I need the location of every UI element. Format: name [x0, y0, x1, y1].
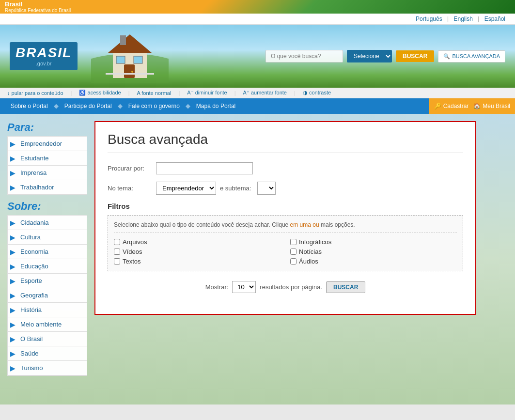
- arrow-icon: ▶: [10, 140, 16, 148]
- sidebar-item-saude[interactable]: ▶ Saúde: [8, 346, 87, 361]
- sidebar-item-imprensa[interactable]: ▶ Imprensa: [8, 166, 87, 180]
- sidebar-para-group: ▶ Empreendedor ▶ Estudante ▶ Imprensa ▶ …: [7, 136, 87, 195]
- cadastrar-link[interactable]: 🔑 Cadastrar: [434, 103, 469, 109]
- font-decrease-link[interactable]: A⁻ diminuir fonte: [187, 90, 227, 96]
- sidebar-item-cultura[interactable]: ▶ Cultura: [8, 230, 87, 245]
- svg-marker-2: [108, 34, 152, 53]
- filtros-box: Selecione abaixo qual o tipo de conteúdo…: [108, 215, 463, 271]
- checkbox-arquivos[interactable]: Arquivos: [114, 238, 281, 246]
- arrow-icon: ▶: [10, 335, 16, 343]
- contrast-link[interactable]: ◑ contraste: [303, 90, 331, 96]
- tema-select[interactable]: Empreendedor: [156, 182, 216, 195]
- meu-brasil-icon: 🏠: [473, 103, 481, 109]
- meu-brasil-link[interactable]: 🏠 Meu Brasil: [473, 103, 510, 109]
- arrow-icon: ▶: [10, 248, 16, 256]
- logo-sub: .gov.br: [16, 61, 72, 66]
- lang-sep1: |: [447, 16, 450, 22]
- mostrar-row: Mostrar: 10 20 50 resultados por página.…: [108, 281, 463, 293]
- nav-mapa-portal[interactable]: Mapa do Portal: [190, 98, 241, 114]
- sidebar: Para: ▶ Empreendedor ▶ Estudante ▶ Impre…: [7, 121, 87, 397]
- resultados-label: resultados por página.: [260, 283, 322, 291]
- search-form-box: Busca avançada Procurar por: No tema: Em…: [94, 121, 476, 315]
- sidebar-item-geografia[interactable]: ▶ Geografia: [8, 288, 87, 303]
- textos-label: Textos: [123, 258, 141, 265]
- infograficos-label: Infográficos: [299, 238, 331, 246]
- arquivos-checkbox[interactable]: [114, 239, 120, 245]
- checkbox-videos[interactable]: Vídeos: [114, 248, 281, 255]
- logo-area: BRASIL .gov.br: [10, 42, 81, 70]
- arrow-icon: ▶: [10, 184, 16, 191]
- sidebar-item-turismo[interactable]: ▶ Turismo: [8, 361, 87, 375]
- lang-portugues[interactable]: Português: [416, 16, 442, 22]
- checkbox-textos[interactable]: Textos: [114, 258, 281, 265]
- main-content: Busca avançada Procurar por: No tema: Em…: [94, 121, 476, 397]
- accessibility-bar: ↓ pular para o conteúdo | ♿ acessibilida…: [0, 88, 515, 98]
- sidebar-item-economia[interactable]: ▶ Economia: [8, 245, 87, 259]
- tema-row: No tema: Empreendedor e subtema:: [108, 182, 463, 195]
- subtema-select[interactable]: [257, 182, 276, 195]
- svg-rect-8: [106, 73, 154, 75]
- font-normal-link[interactable]: A fonte normal: [137, 90, 171, 96]
- skip-to-content-link[interactable]: ↓ pular para o conteúdo: [7, 90, 63, 96]
- textos-checkbox[interactable]: [114, 258, 120, 264]
- audios-label: Áudios: [299, 258, 318, 265]
- arrow-icon: ▶: [10, 263, 16, 270]
- sidebar-item-trabalhador[interactable]: ▶ Trabalhador: [8, 180, 87, 195]
- e-subtema-label: e subtema:: [220, 185, 251, 192]
- nav-participe-portal[interactable]: Participe do Portal: [59, 98, 118, 114]
- sidebar-item-cidadania[interactable]: ▶ Cidadania: [8, 216, 87, 230]
- no-tema-label: No tema:: [108, 185, 151, 192]
- mostrar-label: Mostrar:: [205, 283, 229, 291]
- contrast-icon: ◑: [303, 90, 308, 95]
- advanced-search-button[interactable]: 🔍 BUSCA AVANÇADA: [438, 50, 505, 62]
- top-bar: Brasil República Federativa do Brasil: [0, 0, 515, 14]
- lang-english[interactable]: English: [453, 16, 472, 22]
- svg-rect-4: [116, 56, 125, 63]
- main-buscar-button[interactable]: BUSCAR: [326, 281, 365, 293]
- main-search-input[interactable]: [265, 50, 343, 62]
- search-button[interactable]: BUSCAR: [396, 50, 434, 62]
- arrow-icon: ▶: [10, 306, 16, 314]
- nav-fale-governo[interactable]: Fale com o governo: [123, 98, 186, 114]
- sidebar-sobre-section: Sobre: ▶ Cidadania ▶ Cultura ▶ Economia …: [7, 200, 87, 376]
- checkbox-infograficos[interactable]: Infográficos: [290, 238, 457, 246]
- search-category-select[interactable]: Selecione: [347, 50, 392, 62]
- lang-espanol[interactable]: Español: [484, 16, 505, 22]
- logo-text: BRASIL: [16, 46, 72, 60]
- sidebar-para-title: Para:: [7, 121, 87, 134]
- sidebar-item-esporte[interactable]: ▶ Esporte: [8, 274, 87, 288]
- sidebar-item-meio-ambiente[interactable]: ▶ Meio ambiente: [8, 317, 87, 332]
- infograficos-checkbox[interactable]: [290, 239, 297, 245]
- search-icon: 🔍: [443, 53, 450, 60]
- videos-checkbox[interactable]: [114, 249, 120, 255]
- lang-sep2: |: [478, 16, 481, 22]
- sidebar-item-educacao[interactable]: ▶ Educação: [8, 259, 87, 274]
- audios-checkbox[interactable]: [290, 258, 297, 264]
- right-decoration: [484, 121, 508, 397]
- checkbox-audios[interactable]: Áudios: [290, 258, 457, 265]
- main-layout: Para: ▶ Empreendedor ▶ Estudante ▶ Impre…: [0, 114, 515, 404]
- sidebar-item-empreendedor[interactable]: ▶ Empreendedor: [8, 137, 87, 151]
- mostrar-select[interactable]: 10 20 50: [232, 281, 256, 293]
- header: BRASIL .gov.br: [0, 25, 515, 88]
- noticias-checkbox[interactable]: [290, 249, 297, 255]
- language-bar: Português | English | Español: [0, 14, 515, 25]
- filtros-description: Selecione abaixo qual o tipo de conteúdo…: [114, 221, 457, 233]
- sidebar-item-o-brasil[interactable]: ▶ O Brasil: [8, 332, 87, 346]
- arquivos-label: Arquivos: [123, 238, 147, 246]
- arrow-icon: ▶: [10, 321, 16, 328]
- procurar-input[interactable]: [156, 162, 253, 174]
- font-increase-link[interactable]: A⁺ aumentar fonte: [243, 90, 287, 96]
- accessibility-link[interactable]: ♿ acessibilidade: [79, 90, 121, 96]
- arrow-icon: ▶: [10, 277, 16, 285]
- page-title: Busca avançada: [108, 132, 463, 153]
- arrow-icon: ▶: [10, 364, 16, 372]
- svg-rect-5: [134, 56, 142, 63]
- sidebar-item-historia[interactable]: ▶ História: [8, 303, 87, 317]
- procurar-row: Procurar por:: [108, 162, 463, 174]
- search-area: Selecione BUSCAR 🔍 BUSCA AVANÇADA: [265, 50, 505, 62]
- sidebar-item-estudante[interactable]: ▶ Estudante: [8, 151, 87, 166]
- arrow-icon: ▶: [10, 155, 16, 162]
- checkbox-noticias[interactable]: Notícias: [290, 248, 457, 255]
- nav-sobre-portal[interactable]: Sobre o Portal: [5, 98, 54, 114]
